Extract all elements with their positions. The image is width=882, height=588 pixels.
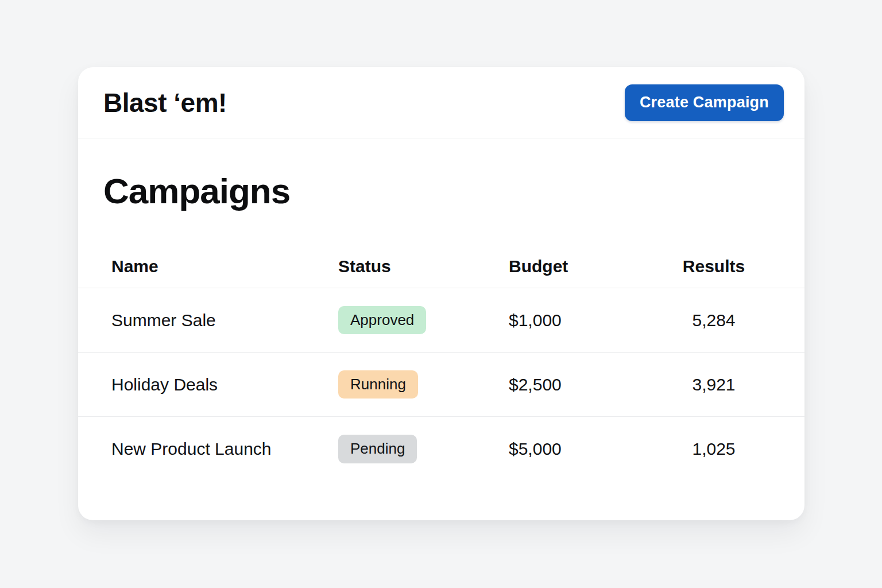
status-badge-running: Running [338,370,418,399]
table-row-summer-sale: Summer Sale Approved $1,000 5,284 [78,288,804,353]
cell-budget: $5,000 [501,439,648,459]
cell-campaign-name: New Product Launch [103,439,330,459]
cell-results: 3,921 [648,375,779,394]
page-title: Blast ‘em! [103,87,227,118]
cell-budget: $2,500 [501,375,648,394]
column-header-budget: Budget [501,257,648,276]
column-header-name: Name [103,257,330,276]
cell-campaign-name: Summer Sale [103,311,330,330]
table-row-new-product-launch: New Product Launch Pending $5,000 1,025 [78,417,804,481]
column-header-status: Status [330,257,501,276]
campaigns-section: Campaigns Name Status Budget Results Sum… [78,171,804,481]
cell-results: 5,284 [648,311,779,330]
table-header-row: Name Status Budget Results [78,245,804,288]
create-campaign-button[interactable]: Create Campaign [625,84,784,121]
campaigns-table: Name Status Budget Results Summer Sale A… [78,245,804,481]
column-header-results: Results [648,257,779,276]
cell-campaign-name: Holiday Deals [103,375,330,394]
cell-status: Approved [330,306,501,334]
cell-results: 1,025 [648,439,779,459]
status-badge-approved: Approved [338,306,426,334]
cell-budget: $1,000 [501,311,648,330]
cell-status: Running [330,370,501,399]
cell-status: Pending [330,435,501,463]
page: Blast ‘em! Create Campaign Campaigns Nam… [0,0,882,588]
section-title: Campaigns [103,171,779,211]
table-row-holiday-deals: Holiday Deals Running $2,500 3,921 [78,353,804,417]
card-header: Blast ‘em! Create Campaign [78,67,804,138]
status-badge-pending: Pending [338,435,417,463]
app-card: Blast ‘em! Create Campaign Campaigns Nam… [78,67,804,520]
